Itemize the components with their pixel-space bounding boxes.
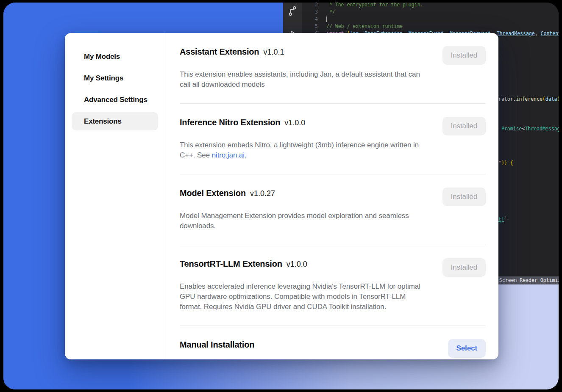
extension-title: Model Extension (180, 188, 246, 198)
code-line: 2 * The entrypoint for the plugin. (302, 3, 559, 8)
code-line: 5// Web / extension runtime (302, 23, 559, 30)
sidebar-item-extensions[interactable]: Extensions (72, 112, 158, 130)
source-control-icon[interactable] (287, 5, 298, 18)
extension-row-assistant-extension: Assistant Extensionv1.0.1InstalledThis e… (180, 33, 486, 104)
extension-description: This extension embeds Nitro, a lightweig… (180, 140, 425, 160)
code-fragment: rator.inference(data)); (498, 96, 559, 103)
code-fragment: Promise<ThreadMessage> (501, 125, 559, 133)
installed-button[interactable]: Installed (442, 258, 486, 277)
installed-button[interactable]: Installed (442, 117, 486, 135)
extension-row-model-extension: Model Extensionv1.0.27InstalledModel Man… (180, 174, 486, 245)
code-fragment: ")) { (498, 160, 513, 167)
extension-description: This extension enables assistants, inclu… (180, 69, 425, 90)
extension-description: Enables accelerated inference leveraging… (180, 282, 425, 312)
extension-row-manual-installation: Manual InstallationSelectSelect an exten… (180, 326, 486, 359)
code-line: 3 */ (302, 8, 559, 16)
sidebar-item-my-models[interactable]: My Models (72, 47, 158, 66)
code-fragment: t}` (498, 216, 507, 223)
extension-version: v1.0.27 (250, 189, 275, 198)
settings-modal: My ModelsMy SettingsAdvanced SettingsExt… (65, 33, 498, 359)
extension-version: v1.0.0 (287, 260, 307, 268)
extension-description: Model Management Extension provides mode… (180, 211, 425, 231)
text-cursor (326, 17, 327, 22)
code-line: 4 (302, 16, 559, 23)
extensions-list: Assistant Extensionv1.0.1InstalledThis e… (165, 33, 498, 359)
app-window: 2 * The entrypoint for the plugin.3 */45… (3, 3, 559, 389)
extension-row-tensortrt-llm-extension: TensortRT-LLM Extensionv1.0.0InstalledEn… (180, 245, 486, 326)
extension-row-inference-nitro-extension: Inference Nitro Extensionv1.0.0Installed… (180, 104, 486, 174)
extension-version: v1.0.1 (263, 48, 284, 56)
installed-button[interactable]: Installed (442, 188, 486, 206)
extension-link[interactable]: nitro.jan.ai. (212, 151, 247, 159)
extension-title: Inference Nitro Extension (180, 118, 280, 127)
sidebar-item-advanced-settings[interactable]: Advanced Settings (72, 91, 158, 109)
screen-reader-badge[interactable]: Screen Reader Optimized (496, 276, 559, 284)
extension-title: Manual Installation (180, 340, 254, 349)
modal-sidebar: My ModelsMy SettingsAdvanced SettingsExt… (65, 33, 165, 359)
extension-title: Assistant Extension (180, 47, 259, 56)
installed-button[interactable]: Installed (442, 46, 486, 65)
extension-version: v1.0.0 (284, 119, 305, 127)
select-button[interactable]: Select (448, 339, 486, 358)
extension-title: TensortRT-LLM Extension (180, 259, 282, 268)
sidebar-item-my-settings[interactable]: My Settings (72, 69, 158, 87)
code-lines: 2 * The entrypoint for the plugin.3 */45… (302, 3, 559, 37)
